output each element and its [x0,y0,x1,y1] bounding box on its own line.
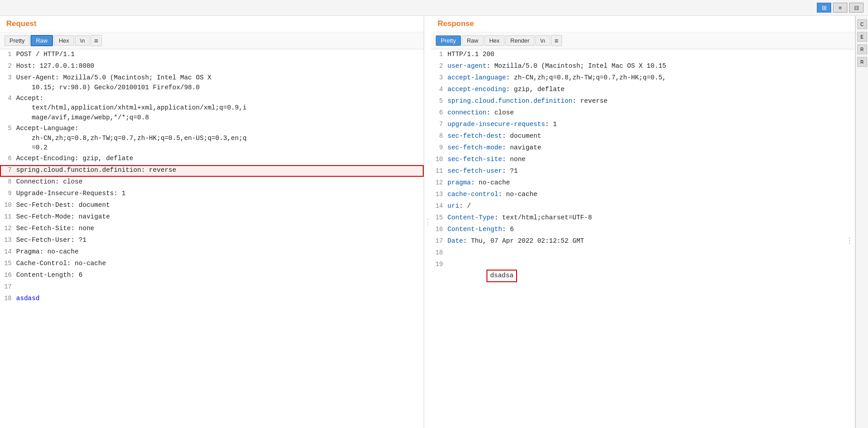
request-tab-raw[interactable]: Raw [31,35,53,46]
request-tab-hex[interactable]: Hex [54,35,74,46]
table-row: 7 upgrade-insecure-requests: 1 [431,119,855,131]
response-title: Response [431,16,855,32]
table-row: 3 User-Agent: Mozilla/5.0 (Macintosh; In… [0,73,424,93]
table-row: 6 Accept-Encoding: gzip, deflate [0,153,424,165]
request-highlighted-row: 7 spring.cloud.function.definition: reve… [0,165,424,177]
table-row: 15 Cache-Control: no-cache [0,258,424,270]
table-row: 1 POST / HTTP/1.1 [0,49,424,61]
right-sidebar: C E R R [855,16,868,428]
table-row: 11 Sec-Fetch-Mode: navigate [0,212,424,223]
table-row: 10 sec-fetch-site: none [431,154,855,166]
request-tab-newline[interactable]: \n [75,35,90,46]
table-row: 9 Upgrade-Insecure-Requests: 1 [0,188,424,200]
table-row: 16 Content-Length: 6 [431,224,855,236]
single-view-btn[interactable]: ⊟ [849,3,864,13]
table-row: 15 Content-Type: text/html;charset=UTF-8 [431,213,855,224]
table-row: 12 pragma: no-cache [431,178,855,189]
request-tab-pretty[interactable]: Pretty [4,35,30,46]
response-highlighted-row: 19 dsadsa [431,259,855,292]
table-row: 11 sec-fetch-user: ?1 [431,166,855,178]
table-row: 18 asdasd [0,293,424,305]
response-tab-bar: Pretty Raw Hex Render \n ≡ [431,32,855,49]
table-row: 8 Connection: close [0,177,424,188]
sidebar-btn-1[interactable]: C [857,19,867,29]
table-row: 2 user-agent: Mozilla/5.0 (Macintosh; In… [431,61,855,73]
table-row: 4 Accept: text/html,application/xhtml+xm… [0,93,424,123]
table-row: 17 [0,282,424,293]
table-row: 12 Sec-Fetch-Site: none [0,223,424,235]
table-row: 17 Date: Thu, 07 Apr 2022 02:12:52 GMT ⋮ [431,236,855,248]
response-tab-render[interactable]: Render [505,35,535,46]
table-row: 10 Sec-Fetch-Dest: document [0,200,424,212]
table-row: 14 uri: / [431,201,855,213]
table-row: 8 sec-fetch-dest: document [431,131,855,143]
response-tab-menu[interactable]: ≡ [551,35,562,46]
request-tab-menu[interactable]: ≡ [91,35,102,46]
table-row: 4 accept-encoding: gzip, deflate [431,84,855,96]
table-row: 6 connection: close [431,108,855,119]
response-content: 1 HTTP/1.1 200 2 user-agent: Mozilla/5.0… [431,49,855,428]
table-row: 9 sec-fetch-mode: navigate [431,143,855,154]
sidebar-btn-4[interactable]: R [857,57,867,67]
sidebar-btn-3[interactable]: R [857,44,867,54]
list-view-btn[interactable]: ≡ [833,3,847,13]
table-row: 5 spring.cloud.function.definition: reve… [431,96,855,108]
request-panel: Request Pretty Raw Hex \n ≡ 1 POST / HTT… [0,16,424,428]
panel-separator[interactable]: ⋮ [424,16,431,428]
table-row: 3 accept-language: zh-CN,zh;q=0.8,zh-TW;… [431,73,855,84]
sidebar-btn-2[interactable]: E [857,32,867,42]
table-row: 1 HTTP/1.1 200 [431,49,855,61]
response-panel: Response Pretty Raw Hex Render \n ≡ 1 HT… [431,16,855,428]
table-row: 18 [431,248,855,259]
top-bar: ⊞ ≡ ⊟ [0,0,868,16]
response-tab-hex[interactable]: Hex [484,35,504,46]
table-row: 16 Content-Length: 6 [0,270,424,282]
request-content: 1 POST / HTTP/1.1 2 Host: 127.0.0.1:8080… [0,49,424,428]
response-tab-newline[interactable]: \n [535,35,550,46]
response-tab-pretty[interactable]: Pretty [436,35,461,46]
table-row: 13 Sec-Fetch-User: ?1 [0,235,424,247]
request-tab-bar: Pretty Raw Hex \n ≡ [0,32,424,49]
table-row: 13 cache-control: no-cache [431,189,855,201]
response-tab-raw[interactable]: Raw [462,35,483,46]
table-row: 2 Host: 127.0.0.1:8080 [0,61,424,73]
table-row: 14 Pragma: no-cache [0,247,424,258]
request-title: Request [0,16,424,32]
table-row: 5 Accept-Language: zh-CN,zh;q=0.8,zh-TW;… [0,123,424,153]
split-view-btn[interactable]: ⊞ [817,3,831,13]
